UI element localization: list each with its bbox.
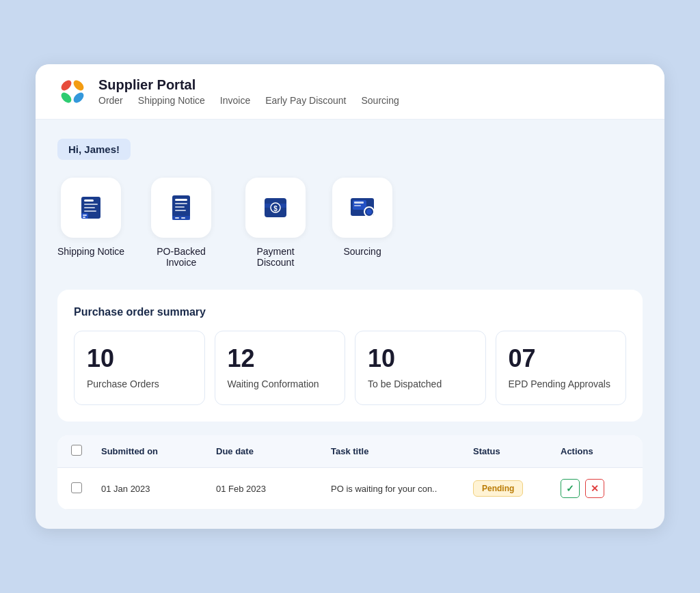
header-nav: Order Shipping Notice Invoice Early Pay … xyxy=(98,95,399,106)
summary-label-2: To be Dispatched xyxy=(368,378,473,391)
quick-item-shipping[interactable]: Shipping Notice xyxy=(57,178,124,257)
summary-number-2: 10 xyxy=(368,345,473,372)
summary-card-2[interactable]: 10 To be Dispatched xyxy=(355,331,486,405)
svg-rect-17 xyxy=(175,217,179,219)
svg-rect-8 xyxy=(84,210,96,212)
summary-number-0: 10 xyxy=(87,345,192,372)
payment-icon: $ xyxy=(260,193,291,223)
status-badge: Pending xyxy=(473,480,523,497)
col-due: Due date xyxy=(216,446,325,456)
summary-grid: 10 Purchase Orders 12 Waiting Conformati… xyxy=(74,331,626,405)
summary-card-3[interactable]: 07 EPD Pending Approvals xyxy=(496,331,627,405)
sourcing-icon xyxy=(347,193,377,223)
nav-order[interactable]: Order xyxy=(98,95,123,106)
svg-line-29 xyxy=(373,215,375,218)
quick-access-section: Shipping Notice PO-Backed xyxy=(57,178,643,268)
svg-rect-25 xyxy=(354,202,364,204)
svg-rect-14 xyxy=(175,203,187,204)
svg-point-2 xyxy=(59,91,74,105)
svg-rect-26 xyxy=(354,205,361,206)
col-status: Status xyxy=(473,446,555,456)
summary-number-1: 12 xyxy=(228,345,333,372)
svg-point-1 xyxy=(72,79,86,93)
po-summary-title: Purchase order summary xyxy=(74,306,626,318)
main-card: Supplier Portal Order Shipping Notice In… xyxy=(36,64,664,529)
invoice-label: PO-Backed Invoice xyxy=(144,246,219,268)
row-due: 01 Feb 2023 xyxy=(216,484,325,494)
quick-item-invoice[interactable]: PO-Backed Invoice xyxy=(144,178,219,268)
header-text: Supplier Portal Order Shipping Notice In… xyxy=(98,77,399,106)
col-actions: Actions xyxy=(561,446,629,456)
tasks-table: Submitted on Due date Task title Status … xyxy=(57,435,643,510)
svg-text:$: $ xyxy=(273,205,278,212)
row-checkbox-cell xyxy=(71,482,96,495)
quick-item-sourcing[interactable]: Sourcing xyxy=(332,178,392,257)
svg-point-0 xyxy=(59,79,74,93)
svg-rect-6 xyxy=(84,204,98,205)
svg-rect-16 xyxy=(175,210,186,211)
row-checkbox[interactable] xyxy=(71,482,82,493)
quick-item-payment[interactable]: $ Payment Discount xyxy=(238,178,313,268)
page-body: Hi, James! Shipping No xyxy=(36,120,664,529)
reject-button[interactable]: ✕ xyxy=(585,479,604,498)
summary-label-1: Waiting Conformation xyxy=(228,378,333,391)
svg-point-3 xyxy=(72,91,86,105)
svg-rect-10 xyxy=(83,215,87,216)
svg-rect-13 xyxy=(175,199,187,201)
nav-shipping-notice[interactable]: Shipping Notice xyxy=(138,95,205,106)
summary-card-0[interactable]: 10 Purchase Orders xyxy=(74,331,205,405)
sourcing-icon-box xyxy=(332,178,392,238)
row-actions: ✓ ✕ xyxy=(561,479,629,498)
summary-card-1[interactable]: 12 Waiting Conformation xyxy=(215,331,346,405)
summary-label-3: EPD Pending Approvals xyxy=(509,378,614,391)
svg-rect-11 xyxy=(83,217,85,218)
row-task: PO is waiting for your con.. xyxy=(331,484,468,494)
logo-icon xyxy=(57,77,88,107)
approve-button[interactable]: ✓ xyxy=(561,479,580,498)
payment-icon-box: $ xyxy=(245,178,306,238)
row-status: Pending xyxy=(473,480,555,497)
invoice-icon-box xyxy=(151,178,211,238)
po-summary-section: Purchase order summary 10 Purchase Order… xyxy=(57,290,643,422)
sourcing-label: Sourcing xyxy=(343,246,381,257)
summary-number-3: 07 xyxy=(509,345,614,372)
svg-rect-18 xyxy=(181,217,185,219)
col-submitted: Submitted on xyxy=(101,446,211,456)
shipping-notice-icon-box xyxy=(61,178,121,238)
row-submitted: 01 Jan 2023 xyxy=(101,484,211,494)
header-checkbox[interactable] xyxy=(71,445,82,456)
svg-rect-15 xyxy=(175,206,185,208)
nav-sourcing[interactable]: Sourcing xyxy=(362,95,399,106)
col-checkbox xyxy=(71,445,96,458)
invoice-icon xyxy=(166,193,196,223)
payment-label: Payment Discount xyxy=(238,246,313,268)
svg-rect-7 xyxy=(84,207,95,208)
svg-point-28 xyxy=(366,209,372,215)
shipping-notice-icon xyxy=(76,193,106,223)
nav-early-pay[interactable]: Early Pay Discount xyxy=(265,95,346,106)
app-title: Supplier Portal xyxy=(98,77,399,93)
svg-rect-5 xyxy=(84,199,94,202)
shipping-notice-label: Shipping Notice xyxy=(57,246,124,257)
col-task: Task title xyxy=(331,446,468,456)
table-header: Submitted on Due date Task title Status … xyxy=(57,435,643,468)
nav-invoice[interactable]: Invoice xyxy=(220,95,250,106)
header: Supplier Portal Order Shipping Notice In… xyxy=(36,64,664,120)
table-row: 01 Jan 2023 01 Feb 2023 PO is waiting fo… xyxy=(57,468,643,510)
greeting-badge: Hi, James! xyxy=(57,139,131,160)
summary-label-0: Purchase Orders xyxy=(87,378,192,391)
